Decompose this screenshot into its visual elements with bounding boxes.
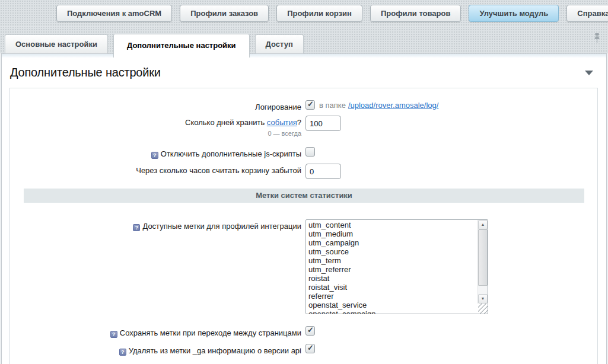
logging-label: Логирование	[10, 100, 301, 112]
log-folder-link[interactable]: /upload/rover.amosale/log/	[348, 101, 438, 110]
product-profiles-button[interactable]: Профили товаров	[370, 5, 461, 22]
tab-label: Основные настройки	[15, 40, 97, 49]
tab-label: Дополнительные настройки	[127, 41, 236, 50]
page-title: Дополнительные настройки	[10, 66, 161, 79]
topbar: Подключения к amoCRM Профили заказов Про…	[0, 0, 608, 27]
tab-additional-settings[interactable]: Дополнительные настройки	[113, 34, 250, 58]
logging-folder-text: в папке	[319, 101, 346, 110]
ga-version-checkbox[interactable]: ✓	[305, 344, 315, 353]
store-days-label: Сколько дней хранить события? 0 — всегда	[10, 116, 301, 139]
keep-tags-label: ?Сохранять метки при переходе между стра…	[10, 326, 301, 338]
events-link[interactable]: события	[267, 118, 297, 127]
row-tags: ?Доступные метки для профилей интеграции…	[10, 219, 597, 314]
row-store-days: Сколько дней хранить события? 0 — всегда	[10, 116, 597, 139]
check-icon: ✓	[307, 343, 314, 352]
ga-version-field: ✓	[305, 344, 315, 353]
list-item[interactable]: utm_source	[308, 247, 475, 256]
settings-page: Подключения к amoCRM Профили заказов Про…	[0, 0, 608, 364]
title-row: Дополнительные настройки	[2, 58, 606, 85]
logging-label-text: Логирование	[255, 103, 301, 111]
store-days-field	[305, 116, 341, 131]
row-ga-version: ?Удалять из метки _ga информацию о верси…	[10, 344, 597, 356]
disable-js-label: ?Отключить дополнительные js-скрипты	[10, 147, 301, 159]
check-icon: ✓	[307, 325, 314, 334]
list-item[interactable]: utm_term	[308, 256, 475, 265]
store-days-input[interactable]	[305, 116, 341, 131]
list-item[interactable]: openstat_service	[308, 301, 475, 309]
row-forgotten-hours: Через сколько часов считать корзину забы…	[10, 164, 597, 179]
help-icon[interactable]: ?	[119, 349, 126, 356]
list-item[interactable]: utm_campaign	[308, 238, 475, 247]
logging-field: ✓ в папке /upload/rover.amosale/log/	[305, 100, 438, 110]
list-item[interactable]: openstat_campaign	[308, 309, 475, 314]
collapse-arrow-icon[interactable]	[585, 71, 593, 75]
section-header-statistics-tags: Метки систем статистики	[24, 189, 584, 203]
header-area: Подключения к amoCRM Профили заказов Про…	[0, 0, 608, 53]
row-disable-js: ?Отключить дополнительные js-скрипты ✓	[10, 147, 597, 159]
logging-checkbox[interactable]: ✓	[305, 100, 315, 110]
scroll-down-icon[interactable]: ▼	[478, 294, 488, 304]
order-profiles-button[interactable]: Профили заказов	[180, 5, 269, 22]
tags-field: utm_content utm_medium utm_campaign utm_…	[305, 219, 488, 314]
tab-access[interactable]: Доступ	[255, 34, 304, 53]
basket-profiles-button[interactable]: Профили корзин	[276, 5, 362, 22]
keep-tags-label-text: Сохранять метки при переходе между стран…	[120, 328, 301, 337]
help-button[interactable]: Справка	[566, 5, 608, 22]
tags-options: utm_content utm_medium utm_campaign utm_…	[306, 220, 488, 314]
help-icon[interactable]: ?	[110, 331, 117, 338]
forgotten-hours-input[interactable]	[305, 164, 341, 179]
tags-listbox[interactable]: utm_content utm_medium utm_campaign utm_…	[305, 219, 488, 314]
keep-tags-field: ✓	[305, 326, 315, 336]
disable-js-field: ✓	[305, 147, 315, 157]
pin-icon[interactable]	[594, 33, 600, 45]
scrollbar-thumb[interactable]	[478, 229, 488, 286]
ga-version-label: ?Удалять из метки _ga информацию о верси…	[10, 344, 301, 356]
list-item[interactable]: roistat_visit	[308, 283, 475, 292]
content-frame: Дополнительные настройки Логирование ✓ в…	[1, 53, 607, 364]
forgotten-hours-field	[305, 164, 341, 179]
store-days-hint: 0 — всегда	[10, 129, 301, 139]
disable-js-label-text: Отключить дополнительные js-скрипты	[161, 149, 301, 158]
help-icon[interactable]: ?	[133, 224, 140, 231]
scrollbar[interactable]: ▲ ▼	[478, 220, 488, 304]
connections-amocrm-button[interactable]: Подключения к amoCRM	[56, 5, 172, 22]
resize-grip[interactable]	[478, 304, 488, 314]
tab-main-settings[interactable]: Основные настройки	[5, 34, 108, 53]
ga-version-label-text: Удалять из метки _ga информацию о версии…	[129, 346, 301, 355]
list-item[interactable]: referrer	[308, 292, 475, 301]
keep-tags-checkbox[interactable]: ✓	[305, 326, 315, 336]
list-item[interactable]: utm_referrer	[308, 265, 475, 274]
disable-js-checkbox[interactable]: ✓	[305, 147, 315, 157]
list-item[interactable]: roistat	[308, 274, 475, 283]
scroll-up-icon[interactable]: ▲	[478, 220, 488, 229]
row-logging: Логирование ✓ в папке /upload/rover.amos…	[10, 100, 597, 112]
list-item[interactable]: utm_content	[308, 221, 475, 229]
improve-module-button[interactable]: Улучшить модуль	[469, 5, 559, 22]
tags-label-text: Доступные метки для профилей интеграции	[142, 222, 301, 231]
forgotten-hours-label: Через сколько часов считать корзину забы…	[10, 164, 301, 175]
list-item[interactable]: utm_medium	[308, 229, 475, 238]
tags-label: ?Доступные метки для профилей интеграции	[10, 219, 301, 231]
forgotten-hours-label-text: Через сколько часов считать корзину забы…	[136, 166, 301, 175]
store-days-label-text: Сколько дней хранить	[185, 118, 267, 127]
settings-fieldset: Логирование ✓ в папке /upload/rover.amos…	[9, 88, 598, 364]
tabbar: Основные настройки Дополнительные настро…	[0, 27, 608, 53]
help-icon[interactable]: ?	[151, 152, 158, 159]
check-icon: ✓	[307, 100, 314, 108]
store-days-label-suffix: ?	[297, 118, 301, 127]
tab-label: Доступ	[266, 40, 293, 49]
row-keep-tags: ?Сохранять метки при переходе между стра…	[10, 326, 597, 338]
